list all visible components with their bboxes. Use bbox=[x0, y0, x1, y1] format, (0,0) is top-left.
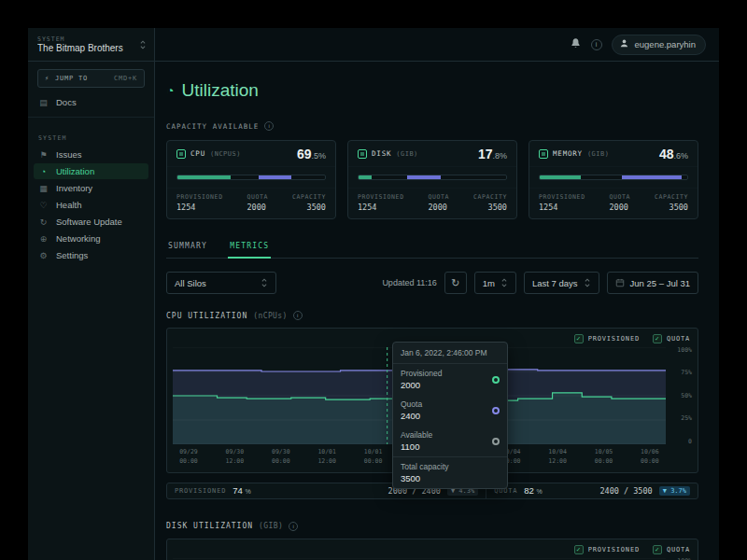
jump-to-button[interactable]: ⚡ JUMP TO CMD+K bbox=[37, 69, 145, 88]
filter-bar: All Silos Updated 11:16 ↻ 1m Last 7 days… bbox=[166, 272, 698, 294]
tooltip-timestamp: Jan 6, 2022, 2:46:00 PM bbox=[393, 343, 507, 364]
quota-value: 2000 bbox=[609, 203, 630, 212]
quota-bar-segment bbox=[622, 175, 681, 179]
tooltip-row: Provisioned 2000 bbox=[393, 364, 507, 395]
org-switcher-kicker: SYSTEM bbox=[37, 35, 139, 43]
range-preset-select[interactable]: Last 7 days bbox=[524, 272, 599, 294]
capacity-value: 3500 bbox=[292, 203, 326, 212]
bell-icon bbox=[570, 36, 582, 53]
software-update-icon: ↻ bbox=[38, 217, 49, 227]
utilization-icon: ◔ bbox=[38, 167, 49, 176]
y-tick: 0 bbox=[688, 439, 692, 445]
notifications-button[interactable] bbox=[570, 36, 582, 53]
capacity-bar bbox=[539, 175, 688, 180]
series-dot-icon bbox=[492, 376, 500, 384]
x-tick: 10/0412:00 bbox=[542, 448, 573, 467]
disk-chart-title: DISK UTILIZATION (GIB) i bbox=[166, 522, 698, 531]
quota-percent: 82 % bbox=[524, 485, 542, 496]
settings-icon: ⚙ bbox=[38, 251, 49, 260]
sidebar-item-networking[interactable]: ⊕ Networking bbox=[34, 231, 148, 246]
x-tick: 10/0500:00 bbox=[588, 448, 620, 467]
silo-select[interactable]: All Silos bbox=[166, 272, 276, 294]
utilization-icon: ◔ bbox=[166, 83, 174, 98]
disk-chart-legend: ✓ PROVISIONED ✓ QUOTA bbox=[173, 543, 692, 556]
card-unit: (GIB) bbox=[587, 150, 610, 158]
sidebar-item-issues[interactable]: ⚑ Issues bbox=[34, 147, 148, 162]
capacity-value: 3500 bbox=[655, 203, 688, 212]
capacity-cards: CPU (NCPUS) 69.5% PROVISIONED1254 bbox=[166, 140, 698, 219]
page-title: ◔ Utilization bbox=[166, 80, 698, 101]
calendar-icon bbox=[615, 278, 625, 287]
quota-bar-segment bbox=[259, 175, 291, 179]
inventory-icon: ▦ bbox=[38, 184, 49, 193]
jump-to-label: JUMP TO bbox=[55, 75, 88, 82]
cpu-y-axis: 100%75%50%25%0 bbox=[666, 347, 692, 444]
lightning-icon: ⚡ bbox=[45, 75, 49, 82]
org-switcher[interactable]: SYSTEM The Bitmap Brothers bbox=[28, 28, 154, 62]
chevron-updown-icon bbox=[500, 277, 508, 288]
tabs: SUMMARY METRICS bbox=[166, 238, 698, 259]
user-name: eugene.paryhin bbox=[635, 39, 697, 49]
provisioned-value: 1254 bbox=[176, 203, 223, 212]
sidebar-item-inventory[interactable]: ▦ Inventory bbox=[34, 180, 148, 196]
card-title: CPU bbox=[190, 149, 205, 158]
provisioned-label: PROVISIONED bbox=[176, 193, 223, 201]
refresh-button[interactable]: ↻ bbox=[444, 272, 467, 294]
sidebar-item-health[interactable]: ♡ Health bbox=[34, 197, 148, 213]
sidebar-item-label: Software Update bbox=[56, 217, 122, 227]
tab-metrics[interactable]: METRICS bbox=[228, 238, 271, 259]
sidebar-item-label: Inventory bbox=[56, 183, 92, 193]
networking-icon: ⊕ bbox=[38, 234, 49, 244]
info-icon[interactable]: i bbox=[293, 311, 303, 320]
tab-summary[interactable]: SUMMARY bbox=[166, 238, 209, 259]
interval-select[interactable]: 1m bbox=[474, 272, 516, 294]
x-tick: 09/2900:00 bbox=[173, 448, 204, 467]
legend-quota-checkbox[interactable]: ✓ QUOTA bbox=[653, 545, 690, 554]
info-icon[interactable]: i bbox=[289, 522, 298, 531]
provisioned-value: 1254 bbox=[358, 203, 404, 212]
sidebar-item-software-update[interactable]: ↻ Software Update bbox=[34, 214, 148, 230]
tooltip-row: Available 1100 bbox=[393, 426, 507, 456]
provisioned-label: PROVISIONED bbox=[358, 193, 404, 201]
provisioned-value: 1254 bbox=[539, 203, 585, 212]
x-tick: 09/3012:00 bbox=[218, 448, 250, 467]
legend-provisioned-checkbox[interactable]: ✓ PROVISIONED bbox=[574, 545, 640, 554]
checkbox-checked-icon: ✓ bbox=[653, 334, 662, 343]
y-tick: 25% bbox=[681, 415, 692, 422]
legend-provisioned-checkbox[interactable]: ✓ PROVISIONED bbox=[574, 334, 640, 343]
quota-stats-segment: QUOTA 82 % 2400 / 3500 ▼ 3.7% bbox=[486, 483, 698, 498]
y-tick: 50% bbox=[681, 393, 692, 399]
disk-chart-panel: ✓ PROVISIONED ✓ QUOTA 100%75%50%25%0 bbox=[166, 539, 698, 560]
capacity-value: 3500 bbox=[473, 203, 507, 212]
disk-icon bbox=[358, 149, 367, 159]
legend-quota-checkbox[interactable]: ✓ QUOTA bbox=[653, 334, 690, 343]
sidebar-item-utilization[interactable]: ◔ Utilization bbox=[34, 163, 148, 179]
sidebar-item-label: Networking bbox=[56, 233, 101, 244]
card-unit: (GIB) bbox=[396, 150, 418, 158]
refresh-icon: ↻ bbox=[451, 277, 459, 289]
cpu-chart-title: CPU UTILIZATION (nCPUs) i bbox=[166, 311, 698, 320]
help-button[interactable]: i bbox=[591, 39, 602, 50]
chevron-updown-icon bbox=[139, 39, 147, 50]
memory-icon bbox=[539, 149, 548, 159]
user-menu[interactable]: eugene.paryhin bbox=[612, 35, 707, 55]
card-title: DISK bbox=[372, 149, 391, 158]
sidebar-item-settings[interactable]: ⚙ Settings bbox=[34, 247, 148, 263]
info-icon[interactable]: i bbox=[264, 121, 274, 131]
docs-icon: ▤ bbox=[38, 98, 49, 107]
provisioned-bar-segment bbox=[540, 175, 581, 179]
capacity-bar bbox=[358, 175, 507, 180]
series-dot-icon bbox=[492, 407, 500, 414]
card-percent: 17.8% bbox=[478, 146, 507, 162]
sidebar-item-docs[interactable]: ▤ Docs bbox=[34, 94, 148, 110]
jump-to-shortcut: CMD+K bbox=[114, 75, 137, 82]
date-range-button[interactable]: Jun 25 – Jul 31 bbox=[607, 272, 698, 294]
y-tick: 100% bbox=[677, 347, 692, 354]
capacity-label: CAPACITY bbox=[473, 193, 507, 201]
topbar: i eugene.paryhin bbox=[155, 28, 719, 62]
card-title: MEMORY bbox=[553, 149, 583, 158]
capacity-section-label: CAPACITY AVAILABLE i bbox=[166, 121, 698, 131]
org-name: The Bitmap Brothers bbox=[37, 43, 139, 53]
provisioned-label: PROVISIONED bbox=[539, 193, 585, 201]
sidebar-nav: ⚑ Issues ◔ Utilization ▦ Inventory ♡ Hea… bbox=[28, 146, 154, 264]
